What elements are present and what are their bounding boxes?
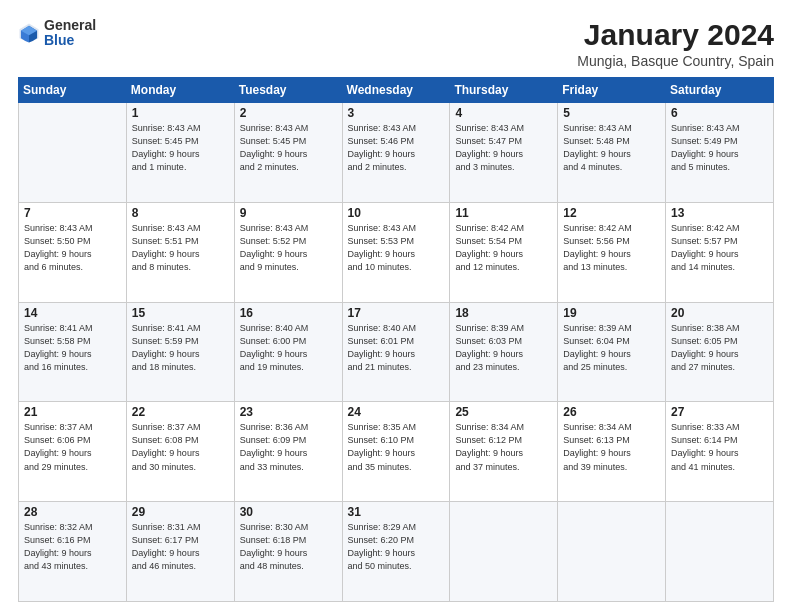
- col-thursday: Thursday: [450, 78, 558, 103]
- day-info: Sunrise: 8:31 AMSunset: 6:17 PMDaylight:…: [132, 521, 229, 573]
- day-number: 17: [348, 306, 445, 320]
- calendar-week-5: 28Sunrise: 8:32 AMSunset: 6:16 PMDayligh…: [19, 502, 774, 602]
- header: General Blue January 2024 Mungia, Basque…: [18, 18, 774, 69]
- table-cell: 6Sunrise: 8:43 AMSunset: 5:49 PMDaylight…: [666, 103, 774, 203]
- day-info: Sunrise: 8:33 AMSunset: 6:14 PMDaylight:…: [671, 421, 768, 473]
- day-info: Sunrise: 8:39 AMSunset: 6:03 PMDaylight:…: [455, 322, 552, 374]
- day-number: 8: [132, 206, 229, 220]
- table-cell: 3Sunrise: 8:43 AMSunset: 5:46 PMDaylight…: [342, 103, 450, 203]
- day-info: Sunrise: 8:43 AMSunset: 5:53 PMDaylight:…: [348, 222, 445, 274]
- day-info: Sunrise: 8:43 AMSunset: 5:45 PMDaylight:…: [132, 122, 229, 174]
- main-title: January 2024: [577, 18, 774, 51]
- table-cell: 31Sunrise: 8:29 AMSunset: 6:20 PMDayligh…: [342, 502, 450, 602]
- day-info: Sunrise: 8:42 AMSunset: 5:57 PMDaylight:…: [671, 222, 768, 274]
- table-cell: 11Sunrise: 8:42 AMSunset: 5:54 PMDayligh…: [450, 202, 558, 302]
- day-number: 6: [671, 106, 768, 120]
- day-number: 15: [132, 306, 229, 320]
- calendar-table: Sunday Monday Tuesday Wednesday Thursday…: [18, 77, 774, 602]
- day-info: Sunrise: 8:41 AMSunset: 5:59 PMDaylight:…: [132, 322, 229, 374]
- day-number: 21: [24, 405, 121, 419]
- day-info: Sunrise: 8:30 AMSunset: 6:18 PMDaylight:…: [240, 521, 337, 573]
- day-info: Sunrise: 8:43 AMSunset: 5:52 PMDaylight:…: [240, 222, 337, 274]
- day-number: 29: [132, 505, 229, 519]
- day-info: Sunrise: 8:42 AMSunset: 5:54 PMDaylight:…: [455, 222, 552, 274]
- day-info: Sunrise: 8:41 AMSunset: 5:58 PMDaylight:…: [24, 322, 121, 374]
- day-info: Sunrise: 8:43 AMSunset: 5:51 PMDaylight:…: [132, 222, 229, 274]
- table-cell: 27Sunrise: 8:33 AMSunset: 6:14 PMDayligh…: [666, 402, 774, 502]
- title-block: January 2024 Mungia, Basque Country, Spa…: [577, 18, 774, 69]
- table-cell: 26Sunrise: 8:34 AMSunset: 6:13 PMDayligh…: [558, 402, 666, 502]
- day-number: 11: [455, 206, 552, 220]
- col-saturday: Saturday: [666, 78, 774, 103]
- table-cell: 16Sunrise: 8:40 AMSunset: 6:00 PMDayligh…: [234, 302, 342, 402]
- logo-blue: Blue: [44, 33, 96, 48]
- table-cell: 12Sunrise: 8:42 AMSunset: 5:56 PMDayligh…: [558, 202, 666, 302]
- subtitle: Mungia, Basque Country, Spain: [577, 53, 774, 69]
- table-cell: 7Sunrise: 8:43 AMSunset: 5:50 PMDaylight…: [19, 202, 127, 302]
- table-cell: 13Sunrise: 8:42 AMSunset: 5:57 PMDayligh…: [666, 202, 774, 302]
- calendar-week-3: 14Sunrise: 8:41 AMSunset: 5:58 PMDayligh…: [19, 302, 774, 402]
- day-number: 19: [563, 306, 660, 320]
- day-info: Sunrise: 8:43 AMSunset: 5:49 PMDaylight:…: [671, 122, 768, 174]
- day-number: 18: [455, 306, 552, 320]
- day-number: 23: [240, 405, 337, 419]
- day-info: Sunrise: 8:29 AMSunset: 6:20 PMDaylight:…: [348, 521, 445, 573]
- logo-general: General: [44, 18, 96, 33]
- day-number: 2: [240, 106, 337, 120]
- day-number: 22: [132, 405, 229, 419]
- table-cell: 10Sunrise: 8:43 AMSunset: 5:53 PMDayligh…: [342, 202, 450, 302]
- table-cell: 28Sunrise: 8:32 AMSunset: 6:16 PMDayligh…: [19, 502, 127, 602]
- day-number: 16: [240, 306, 337, 320]
- table-cell: 8Sunrise: 8:43 AMSunset: 5:51 PMDaylight…: [126, 202, 234, 302]
- table-cell: 14Sunrise: 8:41 AMSunset: 5:58 PMDayligh…: [19, 302, 127, 402]
- col-friday: Friday: [558, 78, 666, 103]
- day-number: 10: [348, 206, 445, 220]
- day-info: Sunrise: 8:43 AMSunset: 5:47 PMDaylight:…: [455, 122, 552, 174]
- day-info: Sunrise: 8:43 AMSunset: 5:46 PMDaylight:…: [348, 122, 445, 174]
- day-number: 25: [455, 405, 552, 419]
- day-number: 12: [563, 206, 660, 220]
- col-sunday: Sunday: [19, 78, 127, 103]
- day-info: Sunrise: 8:38 AMSunset: 6:05 PMDaylight:…: [671, 322, 768, 374]
- table-cell: 23Sunrise: 8:36 AMSunset: 6:09 PMDayligh…: [234, 402, 342, 502]
- table-cell: 24Sunrise: 8:35 AMSunset: 6:10 PMDayligh…: [342, 402, 450, 502]
- day-number: 31: [348, 505, 445, 519]
- day-number: 20: [671, 306, 768, 320]
- day-number: 3: [348, 106, 445, 120]
- day-number: 4: [455, 106, 552, 120]
- day-number: 24: [348, 405, 445, 419]
- table-cell: [19, 103, 127, 203]
- table-cell: 18Sunrise: 8:39 AMSunset: 6:03 PMDayligh…: [450, 302, 558, 402]
- calendar-week-2: 7Sunrise: 8:43 AMSunset: 5:50 PMDaylight…: [19, 202, 774, 302]
- day-info: Sunrise: 8:40 AMSunset: 6:01 PMDaylight:…: [348, 322, 445, 374]
- logo-icon: [18, 22, 40, 44]
- calendar-week-4: 21Sunrise: 8:37 AMSunset: 6:06 PMDayligh…: [19, 402, 774, 502]
- day-number: 30: [240, 505, 337, 519]
- day-info: Sunrise: 8:39 AMSunset: 6:04 PMDaylight:…: [563, 322, 660, 374]
- table-cell: 1Sunrise: 8:43 AMSunset: 5:45 PMDaylight…: [126, 103, 234, 203]
- table-cell: 29Sunrise: 8:31 AMSunset: 6:17 PMDayligh…: [126, 502, 234, 602]
- day-info: Sunrise: 8:37 AMSunset: 6:08 PMDaylight:…: [132, 421, 229, 473]
- calendar-header-row: Sunday Monday Tuesday Wednesday Thursday…: [19, 78, 774, 103]
- table-cell: 15Sunrise: 8:41 AMSunset: 5:59 PMDayligh…: [126, 302, 234, 402]
- day-info: Sunrise: 8:37 AMSunset: 6:06 PMDaylight:…: [24, 421, 121, 473]
- table-cell: [558, 502, 666, 602]
- table-cell: 4Sunrise: 8:43 AMSunset: 5:47 PMDaylight…: [450, 103, 558, 203]
- day-info: Sunrise: 8:35 AMSunset: 6:10 PMDaylight:…: [348, 421, 445, 473]
- col-tuesday: Tuesday: [234, 78, 342, 103]
- table-cell: 5Sunrise: 8:43 AMSunset: 5:48 PMDaylight…: [558, 103, 666, 203]
- day-info: Sunrise: 8:43 AMSunset: 5:48 PMDaylight:…: [563, 122, 660, 174]
- logo-text-block: General Blue: [44, 18, 96, 49]
- table-cell: 9Sunrise: 8:43 AMSunset: 5:52 PMDaylight…: [234, 202, 342, 302]
- day-number: 26: [563, 405, 660, 419]
- day-number: 28: [24, 505, 121, 519]
- table-cell: 19Sunrise: 8:39 AMSunset: 6:04 PMDayligh…: [558, 302, 666, 402]
- table-cell: 25Sunrise: 8:34 AMSunset: 6:12 PMDayligh…: [450, 402, 558, 502]
- day-info: Sunrise: 8:32 AMSunset: 6:16 PMDaylight:…: [24, 521, 121, 573]
- table-cell: 2Sunrise: 8:43 AMSunset: 5:45 PMDaylight…: [234, 103, 342, 203]
- table-cell: [450, 502, 558, 602]
- day-info: Sunrise: 8:34 AMSunset: 6:12 PMDaylight:…: [455, 421, 552, 473]
- calendar-week-1: 1Sunrise: 8:43 AMSunset: 5:45 PMDaylight…: [19, 103, 774, 203]
- logo: General Blue: [18, 18, 96, 49]
- table-cell: [666, 502, 774, 602]
